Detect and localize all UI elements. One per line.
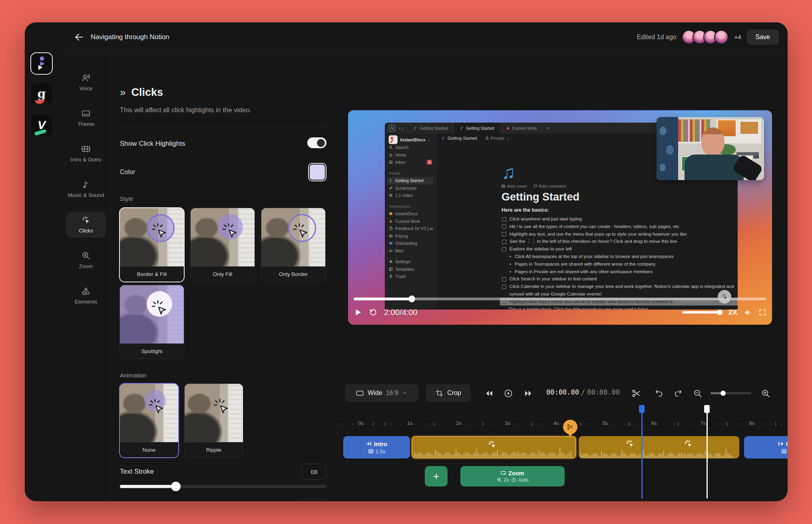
- checklist-item[interactable]: See the ⋮⋮ to the left of this checkbox …: [502, 238, 738, 245]
- border-width-value[interactable]: 08: [302, 499, 326, 501]
- replay-button[interactable]: [369, 308, 378, 317]
- cut-marker[interactable]: [563, 420, 577, 434]
- style-option-only-border[interactable]: Only Border: [261, 208, 325, 282]
- click-cursor-icon: [220, 221, 239, 239]
- style-option-label: Border & Fill: [120, 266, 184, 282]
- zoom-out-button[interactable]: [693, 389, 703, 398]
- checklist-item[interactable]: Hit / to see all the types of content yo…: [502, 223, 738, 230]
- timeline-zoom-slider[interactable]: [710, 392, 751, 394]
- back-arrow-icon[interactable]: [74, 32, 84, 42]
- sidebar-item-zoom[interactable]: Zoom: [66, 247, 106, 273]
- sidebar-item-misc[interactable]: Misc: [387, 247, 434, 255]
- music-icon: [81, 180, 91, 189]
- sidebar-item-instantdocs[interactable]: InstantDocs: [387, 210, 434, 218]
- sidebar-item-onboarding[interactable]: Onboarding: [387, 240, 434, 247]
- notion-tab-current-work[interactable]: Current Work: [500, 123, 543, 133]
- checklist-item[interactable]: Highlight any text, and use the menu tha…: [502, 230, 738, 238]
- zoom-clip[interactable]: Zoom 2xAuto: [460, 466, 565, 486]
- style-option-spotlight[interactable]: Spotlight: [120, 285, 184, 359]
- avatar-overflow-count[interactable]: +4: [734, 34, 741, 40]
- sidebar-item-elements[interactable]: Elements: [66, 283, 106, 309]
- notion-tab-getting-started[interactable]: Getting Started: [408, 123, 454, 133]
- text-stroke-value[interactable]: 08: [302, 464, 326, 480]
- inbox-icon: [389, 160, 393, 164]
- audio-clip[interactable]: [579, 436, 739, 458]
- redo-button[interactable]: [673, 389, 683, 398]
- checklist-item[interactable]: •Pages in Teamspaces are shared with dif…: [502, 260, 738, 268]
- checkbox-icon: [502, 240, 506, 244]
- style-option-border-fill[interactable]: Border & Fill: [120, 208, 184, 282]
- workspace-switcher[interactable]: InstantDocs⌄: [387, 136, 434, 144]
- outro-clip[interactable]: Outro1.5s: [744, 436, 788, 458]
- sidebar-item-feedback-for-v2-launch[interactable]: Feedback for V2 Launch (...: [387, 225, 434, 232]
- style-option-ripple[interactable]: Ripple: [185, 384, 243, 457]
- sidebar-item-trash[interactable]: Trash: [387, 273, 434, 280]
- add-cover-button[interactable]: Add cover: [502, 184, 527, 189]
- style-option-none[interactable]: None: [120, 384, 178, 457]
- crop-button[interactable]: Crop: [426, 384, 471, 402]
- notion-tab-getting-started[interactable]: Getting Started: [454, 123, 500, 133]
- top-bar: Navigating through Notion Edited 1d ago …: [62, 22, 788, 52]
- add-zoom-button[interactable]: +: [425, 466, 448, 486]
- sidebar-item-templates[interactable]: Templates: [387, 266, 434, 273]
- sidebar-item-clicks[interactable]: Clicks: [66, 212, 106, 238]
- app-icon-g-app[interactable]: g: [31, 83, 52, 104]
- style-option-only-fill[interactable]: Only Fill: [191, 208, 255, 282]
- sidebar-item-music-sound[interactable]: Music & Sound: [66, 176, 106, 202]
- color-swatch[interactable]: [308, 163, 326, 181]
- playback-speed[interactable]: 2X: [728, 308, 737, 317]
- sidebar-item-scratchpad[interactable]: Scratchpad: [387, 185, 434, 192]
- play-circle-button[interactable]: [504, 389, 513, 398]
- video-progress-bar[interactable]: [354, 298, 766, 300]
- text-stroke-slider[interactable]: [120, 485, 326, 488]
- app-icon-v-app[interactable]: V: [31, 115, 52, 135]
- sidebar-item-1-1-notes[interactable]: 1:1 notes: [387, 192, 434, 199]
- checklist-item[interactable]: Explore the sidebar to your left: [502, 245, 738, 253]
- zoom-in-button[interactable]: [761, 389, 770, 398]
- collapse-panel-icon[interactable]: »: [120, 86, 125, 99]
- add-comment-button[interactable]: Add comment: [533, 184, 566, 189]
- click-spark-icon: [683, 439, 694, 449]
- aspect-ratio-button[interactable]: Wide 16:9: [345, 384, 418, 402]
- zoom-window-icon: [501, 470, 506, 476]
- checklist-item[interactable]: Click Calendar in your sidebar to manage…: [502, 283, 738, 298]
- sidebar-item-settings[interactable]: Settings: [387, 258, 434, 266]
- sidebar-item-home[interactable]: Home: [387, 151, 434, 159]
- skip-back-button[interactable]: [484, 389, 494, 398]
- undo-button[interactable]: [654, 389, 664, 398]
- edit-icon[interactable]: [432, 138, 433, 142]
- volume-slider[interactable]: [682, 311, 722, 314]
- checklist-item[interactable]: Click anywhere and just start typing: [502, 215, 738, 223]
- play-button[interactable]: [354, 308, 362, 317]
- tab-nav-arrows[interactable]: ‹ ›: [398, 125, 403, 131]
- checklist-item[interactable]: Click Search in your sidebar to find con…: [502, 275, 738, 283]
- video-preview[interactable]: N‹ ›Getting StartedGetting StartedCurren…: [348, 110, 772, 325]
- fullscreen-icon[interactable]: [758, 308, 766, 316]
- checklist-item[interactable]: •Click All teamspaces at the top of your…: [502, 253, 738, 260]
- sidebar-item-voice[interactable]: Voice: [66, 69, 106, 95]
- checklist-item[interactable]: •Pages in Private are not shared with an…: [502, 268, 738, 276]
- sidebar-item-theme[interactable]: Theme: [66, 105, 106, 131]
- clicks-icon: [81, 215, 91, 225]
- screen-icon: [389, 241, 393, 245]
- sidebar-item-pricing[interactable]: Pricing: [387, 232, 434, 240]
- sidebar-item-intro-outro[interactable]: Intro & Outro: [66, 141, 106, 167]
- doc-icon: [389, 226, 393, 230]
- theme-label: Theme: [78, 121, 94, 127]
- show-highlights-toggle[interactable]: [307, 137, 326, 148]
- app-icon-screen-recorder-app[interactable]: [31, 53, 52, 74]
- sidebar-item-getting-started[interactable]: Getting Started: [387, 177, 434, 185]
- audio-clip[interactable]: [412, 436, 576, 458]
- flame-icon: [506, 126, 510, 130]
- image-icon: [502, 184, 506, 188]
- webcam-overlay: [657, 117, 764, 180]
- new-tab-button[interactable]: +: [543, 125, 554, 131]
- intro-clip[interactable]: Intro1.5s: [343, 436, 410, 458]
- webcam-curtain: [657, 117, 678, 180]
- save-button[interactable]: Save: [747, 30, 779, 45]
- split-scissors-button[interactable]: [631, 389, 641, 398]
- volume-icon[interactable]: [744, 308, 752, 317]
- sidebar-item-inbox[interactable]: Inbox2: [387, 159, 434, 166]
- sidebar-item-current-work[interactable]: Current Work: [387, 218, 434, 225]
- skip-forward-button[interactable]: [523, 389, 533, 398]
